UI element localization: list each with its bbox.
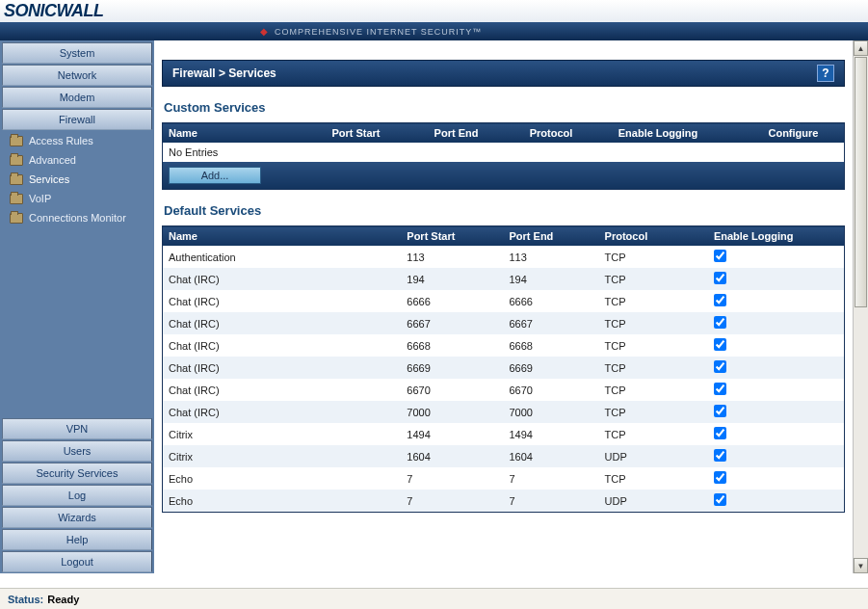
status-label: Status:: [8, 594, 43, 605]
sidebar-item-connections-monitor[interactable]: Connections Monitor: [0, 208, 154, 227]
cell-name: Chat (IRC): [163, 268, 402, 290]
enable-logging-checkbox[interactable]: [714, 449, 726, 462]
cell-enable-logging: [708, 379, 845, 401]
nav-button-vpn[interactable]: VPN: [2, 418, 152, 439]
enable-logging-checkbox[interactable]: [714, 250, 726, 262]
cell-enable-logging: [708, 334, 845, 357]
table-row: Chat (IRC)66686668TCP: [163, 334, 845, 357]
nav-button-modem[interactable]: Modem: [2, 87, 152, 108]
cell-proto: TCP: [599, 334, 708, 357]
cell-ps: 194: [401, 268, 503, 290]
cell-enable-logging: [708, 490, 845, 513]
table-row: Chat (IRC)66696669TCP: [163, 357, 845, 379]
cell-name: Echo: [163, 467, 402, 490]
nav-button-network[interactable]: Network: [2, 65, 152, 86]
column-header: Enable Logging: [708, 226, 845, 247]
nav-button-security-services[interactable]: Security Services: [2, 463, 152, 484]
sidebar-item-services[interactable]: Services: [0, 170, 154, 189]
folder-icon: [10, 155, 23, 166]
cell-name: Authentication: [163, 246, 402, 268]
cell-enable-logging: [708, 290, 845, 312]
enable-logging-checkbox[interactable]: [714, 338, 726, 351]
header-top: SONICWALL: [0, 0, 868, 22]
app-header: SONICWALL ◆ COMPREHENSIVE INTERNET SECUR…: [0, 0, 868, 40]
table-row: Authentication113113TCP: [163, 246, 845, 268]
cell-pe: 7000: [504, 401, 599, 423]
column-header: Protocol: [599, 226, 708, 247]
cell-pe: 7: [504, 467, 599, 490]
cell-ps: 1494: [401, 423, 503, 445]
cell-name: Chat (IRC): [163, 357, 402, 379]
custom-empty-row: No Entries: [163, 143, 845, 162]
nav-button-logout[interactable]: Logout: [2, 551, 152, 572]
sidebar-item-voip[interactable]: VoIP: [0, 189, 154, 208]
cell-ps: 6670: [401, 379, 503, 401]
column-header: Port Start: [401, 226, 503, 247]
table-row: Echo77UDP: [163, 490, 845, 513]
cell-pe: 6667: [504, 312, 599, 334]
scrollbar-thumb[interactable]: [855, 57, 867, 307]
nav-button-help[interactable]: Help: [2, 529, 152, 550]
enable-logging-checkbox[interactable]: [714, 405, 726, 417]
enable-logging-checkbox[interactable]: [714, 493, 726, 506]
breadcrumb: Firewall > Services: [172, 66, 276, 80]
help-button[interactable]: ?: [817, 65, 834, 82]
brand-tagline: COMPREHENSIVE INTERNET SECURITY™: [275, 27, 482, 37]
cell-name: Chat (IRC): [163, 312, 402, 334]
cell-proto: TCP: [599, 290, 708, 312]
status-value: Ready: [47, 594, 79, 605]
cell-pe: 6670: [504, 379, 599, 401]
cell-proto: TCP: [599, 246, 708, 268]
nav-button-firewall[interactable]: Firewall: [2, 109, 152, 130]
table-row: Chat (IRC)66676667TCP: [163, 312, 845, 334]
enable-logging-checkbox[interactable]: [714, 316, 726, 329]
add-button[interactable]: Add...: [169, 167, 261, 184]
cell-enable-logging: [708, 312, 845, 334]
nav-button-system[interactable]: System: [2, 42, 152, 64]
cell-name: Citrix: [163, 445, 402, 467]
cell-enable-logging: [708, 246, 845, 268]
sidebar-item-label: VoIP: [29, 193, 51, 204]
default-services-title: Default Services: [164, 203, 845, 218]
cell-pe: 6666: [504, 290, 599, 312]
table-row: Chat (IRC)194194TCP: [163, 268, 845, 290]
enable-logging-checkbox[interactable]: [714, 471, 726, 484]
enable-logging-checkbox[interactable]: [714, 427, 726, 439]
enable-logging-checkbox[interactable]: [714, 383, 726, 395]
column-header: Enable Logging: [613, 123, 763, 144]
sidebar-item-label: Connections Monitor: [29, 212, 126, 224]
status-bar: Status: Ready: [0, 588, 868, 609]
cell-proto: TCP: [599, 312, 708, 334]
nav-button-users[interactable]: Users: [2, 440, 152, 462]
enable-logging-checkbox[interactable]: [714, 360, 726, 373]
table-row: Chat (IRC)66666666TCP: [163, 290, 845, 312]
scroll-up-icon[interactable]: ▲: [854, 40, 868, 56]
cell-ps: 7: [401, 467, 503, 490]
folder-icon: [10, 136, 23, 146]
enable-logging-checkbox[interactable]: [714, 294, 726, 306]
table-row: Citrix14941494TCP: [163, 423, 845, 445]
cell-enable-logging: [708, 357, 845, 379]
cell-name: Chat (IRC): [163, 379, 402, 401]
sidebar-item-access-rules[interactable]: Access Rules: [0, 131, 154, 150]
cell-pe: 194: [504, 268, 599, 290]
sidebar-item-label: Services: [29, 173, 69, 185]
sidebar-item-advanced[interactable]: Advanced: [0, 150, 154, 170]
column-header: Port Start: [326, 123, 428, 144]
cell-enable-logging: [708, 445, 845, 467]
nav-button-log[interactable]: Log: [2, 485, 152, 506]
nav-button-wizards[interactable]: Wizards: [2, 507, 152, 528]
cell-name: Chat (IRC): [163, 290, 402, 312]
table-row: Echo77TCP: [163, 467, 845, 490]
cell-enable-logging: [708, 401, 845, 423]
header-bottom: ◆ COMPREHENSIVE INTERNET SECURITY™: [0, 22, 868, 40]
vertical-scrollbar[interactable]: ▲ ▼: [853, 40, 868, 573]
breadcrumb-bar: Firewall > Services ?: [162, 60, 845, 87]
cell-pe: 113: [504, 246, 599, 268]
cell-name: Citrix: [163, 423, 402, 445]
enable-logging-checkbox[interactable]: [714, 272, 726, 284]
scroll-down-icon[interactable]: ▼: [854, 558, 868, 573]
content-area: Firewall > Services ? Custom Services Na…: [154, 40, 868, 573]
cell-pe: 7: [504, 490, 599, 513]
sidebar-spacer: [0, 227, 154, 416]
